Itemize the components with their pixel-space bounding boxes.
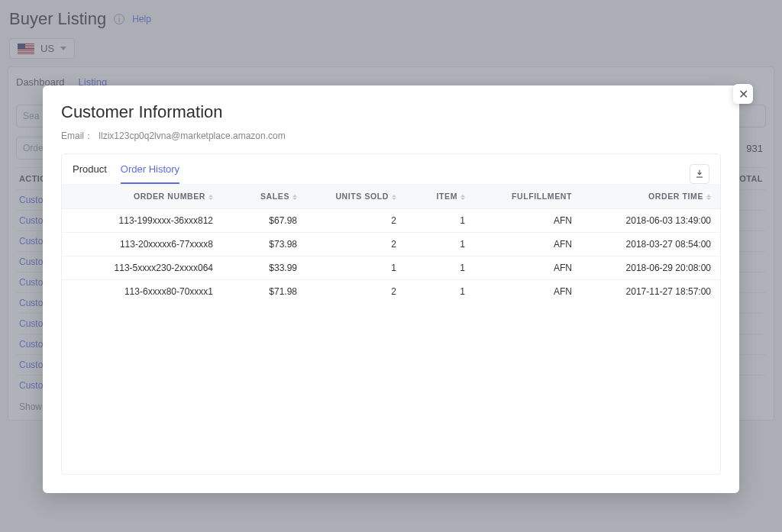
cell-units-sold: 2: [306, 233, 406, 256]
cell-sales: $33.99: [222, 256, 306, 280]
tab-product[interactable]: Product: [73, 163, 107, 184]
cell-order-number: 113-199xxxx-36xxx812: [62, 209, 222, 233]
modal-overlay[interactable]: ✕ Customer Information Email： llzix123cp…: [0, 0, 782, 532]
cell-sales: $71.98: [222, 280, 306, 304]
cell-units-sold: 2: [306, 209, 406, 233]
table-row: 113-5xxxx230-2xxxx064$33.9911AFN2018-06-…: [62, 256, 720, 280]
table-wrap: ORDER NUMBER SALES UNITS SOLD ITEM FULFI…: [62, 184, 720, 474]
cell-item: 1: [406, 256, 474, 280]
cell-order-time: 2018-06-29 20:08:00: [581, 256, 720, 280]
sort-icon: [292, 195, 297, 200]
cell-order-time: 2017-11-27 18:57:00: [581, 280, 720, 304]
cell-fulfillment: AFN: [474, 209, 581, 233]
cell-sales: $67.98: [222, 209, 306, 233]
inner-tabs-row: Product Order History: [62, 154, 720, 184]
email-label: Email：: [61, 131, 93, 141]
cell-units-sold: 1: [306, 256, 406, 280]
cell-fulfillment: AFN: [474, 256, 581, 280]
table-header-row: ORDER NUMBER SALES UNITS SOLD ITEM FULFI…: [62, 184, 720, 209]
table-row: 113-199xxxx-36xxx812$67.9821AFN2018-06-0…: [62, 209, 720, 233]
cell-item: 1: [406, 280, 474, 304]
cell-order-time: 2018-03-27 08:54:00: [581, 233, 720, 256]
cell-fulfillment: AFN: [474, 233, 581, 256]
cell-order-number: 113-20xxxxx6-77xxxx8: [62, 233, 222, 256]
sort-icon: [392, 195, 396, 200]
cell-units-sold: 2: [306, 280, 406, 304]
table-row: 113-6xxxx80-70xxxx1$71.9821AFN2017-11-27…: [62, 280, 720, 304]
modal-title: Customer Information: [61, 102, 721, 122]
cell-order-time: 2018-06-03 13:49:00: [581, 209, 720, 233]
cell-fulfillment: AFN: [474, 280, 581, 304]
cell-item: 1: [406, 209, 474, 233]
cell-item: 1: [406, 233, 474, 256]
order-history-card: Product Order History ORDER NUMBER: [61, 153, 721, 475]
close-button[interactable]: ✕: [733, 84, 753, 104]
inner-tabs: Product Order History: [73, 163, 179, 184]
close-icon: ✕: [738, 87, 748, 102]
cell-order-number: 113-5xxxx230-2xxxx064: [62, 256, 222, 280]
sort-icon: [208, 195, 213, 200]
col-fulfillment[interactable]: FULFILLMENT: [474, 184, 581, 209]
download-button[interactable]: [690, 164, 709, 184]
table-row: 113-20xxxxx6-77xxxx8$73.9821AFN2018-03-2…: [62, 233, 720, 256]
order-history-table: ORDER NUMBER SALES UNITS SOLD ITEM FULFI…: [62, 184, 720, 303]
customer-info-modal: ✕ Customer Information Email： llzix123cp…: [43, 85, 739, 493]
tab-order-history[interactable]: Order History: [121, 163, 179, 184]
email-row: Email： llzix123cp0q2lvna@marketplace.ama…: [61, 130, 721, 143]
col-item[interactable]: ITEM: [406, 184, 474, 209]
download-icon: [694, 169, 705, 179]
cell-sales: $73.98: [222, 233, 306, 256]
sort-icon: [460, 195, 465, 200]
col-units-sold[interactable]: UNITS SOLD: [306, 184, 406, 209]
col-order-number[interactable]: ORDER NUMBER: [62, 184, 222, 209]
email-value: llzix123cp0q2lvna@marketplace.amazon.com: [99, 131, 285, 141]
sort-icon: [706, 195, 711, 200]
col-order-time[interactable]: ORDER TIME: [581, 184, 720, 209]
col-sales[interactable]: SALES: [222, 184, 306, 209]
cell-order-number: 113-6xxxx80-70xxxx1: [62, 280, 222, 304]
